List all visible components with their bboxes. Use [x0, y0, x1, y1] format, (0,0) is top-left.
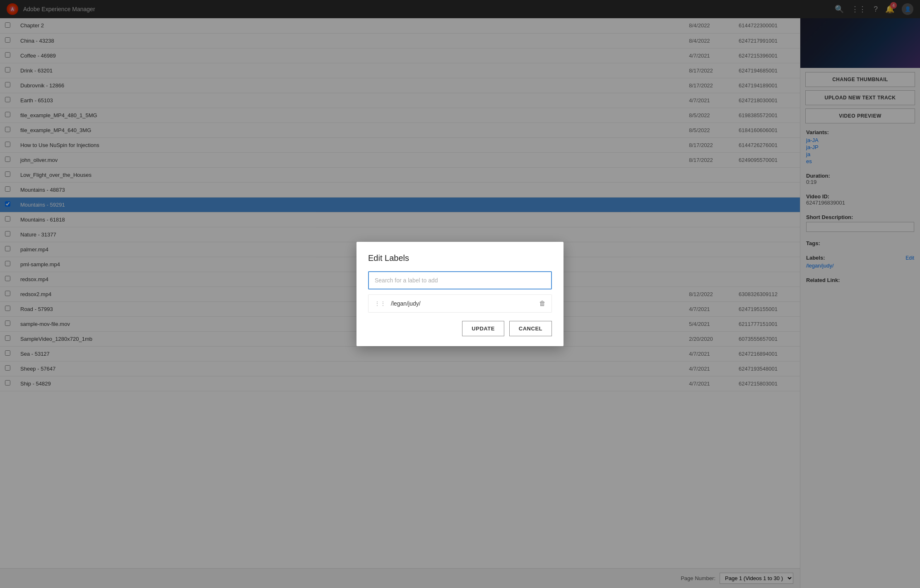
drag-handle-icon: ⋮⋮ [374, 300, 386, 307]
update-button[interactable]: UPDATE [462, 321, 504, 336]
cancel-button[interactable]: CANCEL [509, 321, 552, 336]
modal-actions: UPDATE CANCEL [368, 321, 552, 336]
modal-overlay: Edit Labels ⋮⋮ /legan/judy/ 🗑 UPDATE CAN… [0, 0, 920, 588]
label-search-input[interactable] [368, 271, 552, 289]
edit-labels-modal: Edit Labels ⋮⋮ /legan/judy/ 🗑 UPDATE CAN… [356, 242, 564, 346]
label-item: ⋮⋮ /legan/judy/ 🗑 [368, 295, 552, 312]
modal-title: Edit Labels [368, 253, 552, 263]
delete-label-icon[interactable]: 🗑 [539, 300, 546, 307]
label-path: /legan/judy/ [391, 300, 534, 307]
label-list: ⋮⋮ /legan/judy/ 🗑 [368, 294, 552, 313]
